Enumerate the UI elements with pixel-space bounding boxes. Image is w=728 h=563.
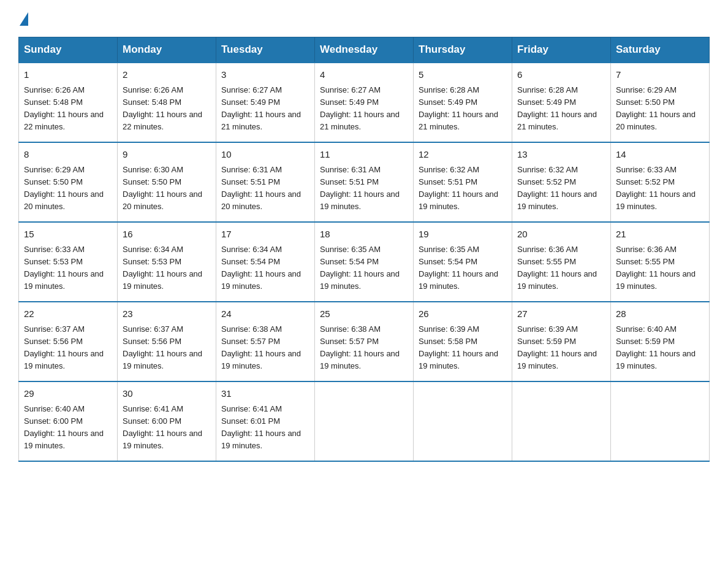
calendar-day-cell: 1Sunrise: 6:26 AMSunset: 5:48 PMDaylight… xyxy=(19,63,118,142)
day-info: Sunrise: 6:38 AMSunset: 5:57 PMDaylight:… xyxy=(221,323,309,373)
calendar-day-cell xyxy=(315,381,414,461)
calendar-day-cell xyxy=(611,381,710,461)
calendar-day-cell: 2Sunrise: 6:26 AMSunset: 5:48 PMDaylight… xyxy=(118,63,216,142)
day-number: 6 xyxy=(517,68,605,82)
day-number: 17 xyxy=(221,228,309,242)
calendar-day-cell: 14Sunrise: 6:33 AMSunset: 5:52 PMDayligh… xyxy=(611,142,710,222)
calendar-day-cell: 24Sunrise: 6:38 AMSunset: 5:57 PMDayligh… xyxy=(216,302,315,381)
day-number: 1 xyxy=(24,68,112,82)
day-number: 10 xyxy=(221,148,309,162)
calendar-day-cell: 29Sunrise: 6:40 AMSunset: 6:00 PMDayligh… xyxy=(19,381,118,461)
calendar-day-cell xyxy=(414,381,512,461)
day-number: 31 xyxy=(221,387,309,401)
day-info: Sunrise: 6:26 AMSunset: 5:48 PMDaylight:… xyxy=(24,84,112,134)
day-info: Sunrise: 6:39 AMSunset: 5:59 PMDaylight:… xyxy=(517,323,605,373)
calendar-day-cell: 18Sunrise: 6:35 AMSunset: 5:54 PMDayligh… xyxy=(315,222,414,302)
day-number: 13 xyxy=(517,148,605,162)
day-number: 8 xyxy=(24,148,112,162)
day-info: Sunrise: 6:40 AMSunset: 6:00 PMDaylight:… xyxy=(24,403,112,453)
day-number: 25 xyxy=(320,307,408,321)
header-thursday: Thursday xyxy=(414,37,512,63)
day-info: Sunrise: 6:33 AMSunset: 5:53 PMDaylight:… xyxy=(24,243,112,293)
calendar-day-cell: 4Sunrise: 6:27 AMSunset: 5:49 PMDaylight… xyxy=(315,63,414,142)
calendar-week-row: 1Sunrise: 6:26 AMSunset: 5:48 PMDaylight… xyxy=(19,63,710,142)
day-number: 11 xyxy=(320,148,408,162)
day-info: Sunrise: 6:31 AMSunset: 5:51 PMDaylight:… xyxy=(221,164,309,213)
calendar-day-cell: 16Sunrise: 6:34 AMSunset: 5:53 PMDayligh… xyxy=(118,222,216,302)
day-number: 15 xyxy=(24,228,112,242)
calendar-table: SundayMondayTuesdayWednesdayThursdayFrid… xyxy=(18,37,710,462)
page-header xyxy=(18,12,710,26)
day-info: Sunrise: 6:32 AMSunset: 5:51 PMDaylight:… xyxy=(419,164,507,213)
calendar-day-cell: 5Sunrise: 6:28 AMSunset: 5:49 PMDaylight… xyxy=(414,63,512,142)
day-number: 22 xyxy=(24,307,112,321)
calendar-day-cell: 27Sunrise: 6:39 AMSunset: 5:59 PMDayligh… xyxy=(512,302,611,381)
day-info: Sunrise: 6:41 AMSunset: 6:01 PMDaylight:… xyxy=(221,403,309,453)
day-info: Sunrise: 6:41 AMSunset: 6:00 PMDaylight:… xyxy=(123,403,211,453)
calendar-day-cell: 7Sunrise: 6:29 AMSunset: 5:50 PMDaylight… xyxy=(611,63,710,142)
calendar-day-cell: 25Sunrise: 6:38 AMSunset: 5:57 PMDayligh… xyxy=(315,302,414,381)
day-number: 4 xyxy=(320,68,408,82)
day-number: 12 xyxy=(419,148,507,162)
day-info: Sunrise: 6:37 AMSunset: 5:56 PMDaylight:… xyxy=(24,323,112,373)
day-number: 28 xyxy=(616,307,704,321)
calendar-day-cell: 9Sunrise: 6:30 AMSunset: 5:50 PMDaylight… xyxy=(118,142,216,222)
day-number: 18 xyxy=(320,228,408,242)
calendar-week-row: 29Sunrise: 6:40 AMSunset: 6:00 PMDayligh… xyxy=(19,381,710,461)
day-info: Sunrise: 6:35 AMSunset: 5:54 PMDaylight:… xyxy=(419,243,507,293)
calendar-day-cell: 17Sunrise: 6:34 AMSunset: 5:54 PMDayligh… xyxy=(216,222,315,302)
day-number: 5 xyxy=(419,68,507,82)
header-saturday: Saturday xyxy=(611,37,710,63)
calendar-day-cell: 28Sunrise: 6:40 AMSunset: 5:59 PMDayligh… xyxy=(611,302,710,381)
day-info: Sunrise: 6:39 AMSunset: 5:58 PMDaylight:… xyxy=(419,323,507,373)
calendar-week-row: 15Sunrise: 6:33 AMSunset: 5:53 PMDayligh… xyxy=(19,222,710,302)
calendar-day-cell: 15Sunrise: 6:33 AMSunset: 5:53 PMDayligh… xyxy=(19,222,118,302)
day-info: Sunrise: 6:33 AMSunset: 5:52 PMDaylight:… xyxy=(616,164,704,213)
calendar-day-cell: 30Sunrise: 6:41 AMSunset: 6:00 PMDayligh… xyxy=(118,381,216,461)
calendar-week-row: 8Sunrise: 6:29 AMSunset: 5:50 PMDaylight… xyxy=(19,142,710,222)
day-number: 21 xyxy=(616,228,704,242)
header-tuesday: Tuesday xyxy=(216,37,315,63)
logo xyxy=(18,12,29,26)
day-info: Sunrise: 6:28 AMSunset: 5:49 PMDaylight:… xyxy=(419,84,507,134)
header-monday: Monday xyxy=(118,37,216,63)
day-number: 24 xyxy=(221,307,309,321)
calendar-day-cell: 13Sunrise: 6:32 AMSunset: 5:52 PMDayligh… xyxy=(512,142,611,222)
calendar-day-cell xyxy=(512,381,611,461)
calendar-day-cell: 22Sunrise: 6:37 AMSunset: 5:56 PMDayligh… xyxy=(19,302,118,381)
day-number: 27 xyxy=(517,307,605,321)
day-info: Sunrise: 6:26 AMSunset: 5:48 PMDaylight:… xyxy=(123,84,211,134)
day-number: 29 xyxy=(24,387,112,401)
day-info: Sunrise: 6:34 AMSunset: 5:54 PMDaylight:… xyxy=(221,243,309,293)
calendar-week-row: 22Sunrise: 6:37 AMSunset: 5:56 PMDayligh… xyxy=(19,302,710,381)
day-info: Sunrise: 6:37 AMSunset: 5:56 PMDaylight:… xyxy=(123,323,211,373)
header-friday: Friday xyxy=(512,37,611,63)
calendar-day-cell: 23Sunrise: 6:37 AMSunset: 5:56 PMDayligh… xyxy=(118,302,216,381)
day-info: Sunrise: 6:28 AMSunset: 5:49 PMDaylight:… xyxy=(517,84,605,134)
day-number: 14 xyxy=(616,148,704,162)
day-number: 26 xyxy=(419,307,507,321)
day-info: Sunrise: 6:34 AMSunset: 5:53 PMDaylight:… xyxy=(123,243,211,293)
day-number: 19 xyxy=(419,228,507,242)
calendar-day-cell: 20Sunrise: 6:36 AMSunset: 5:55 PMDayligh… xyxy=(512,222,611,302)
calendar-day-cell: 12Sunrise: 6:32 AMSunset: 5:51 PMDayligh… xyxy=(414,142,512,222)
day-number: 23 xyxy=(123,307,211,321)
calendar-day-cell: 11Sunrise: 6:31 AMSunset: 5:51 PMDayligh… xyxy=(315,142,414,222)
day-number: 9 xyxy=(123,148,211,162)
day-info: Sunrise: 6:29 AMSunset: 5:50 PMDaylight:… xyxy=(24,164,112,213)
header-wednesday: Wednesday xyxy=(315,37,414,63)
day-info: Sunrise: 6:30 AMSunset: 5:50 PMDaylight:… xyxy=(123,164,211,213)
calendar-day-cell: 8Sunrise: 6:29 AMSunset: 5:50 PMDaylight… xyxy=(19,142,118,222)
logo-triangle-icon xyxy=(20,12,28,26)
day-info: Sunrise: 6:27 AMSunset: 5:49 PMDaylight:… xyxy=(221,84,309,134)
day-info: Sunrise: 6:32 AMSunset: 5:52 PMDaylight:… xyxy=(517,164,605,213)
day-info: Sunrise: 6:40 AMSunset: 5:59 PMDaylight:… xyxy=(616,323,704,373)
day-info: Sunrise: 6:38 AMSunset: 5:57 PMDaylight:… xyxy=(320,323,408,373)
day-number: 3 xyxy=(221,68,309,82)
day-info: Sunrise: 6:31 AMSunset: 5:51 PMDaylight:… xyxy=(320,164,408,213)
header-sunday: Sunday xyxy=(19,37,118,63)
calendar-header-row: SundayMondayTuesdayWednesdayThursdayFrid… xyxy=(19,37,710,63)
day-number: 2 xyxy=(123,68,211,82)
day-info: Sunrise: 6:36 AMSunset: 5:55 PMDaylight:… xyxy=(616,243,704,293)
day-info: Sunrise: 6:35 AMSunset: 5:54 PMDaylight:… xyxy=(320,243,408,293)
